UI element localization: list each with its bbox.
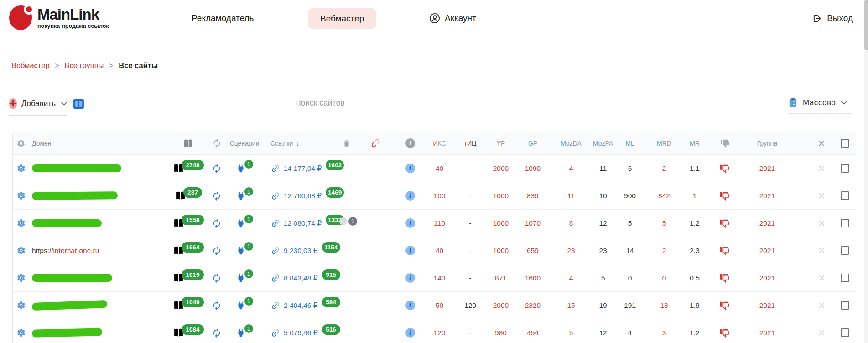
info-cell[interactable]: i [394,328,426,338]
links-price[interactable]: 12 760,68 ₽ [284,192,322,200]
header-settings-gear-icon[interactable] [13,139,29,148]
row-clear-x-icon[interactable] [790,165,836,171]
group-value[interactable]: 2021 [744,329,790,337]
column-header-iks[interactable]: ИКС [426,140,452,147]
group-value[interactable]: 2021 [744,164,790,173]
pages-cell[interactable]: .t-row .pg-l{fill:#1d6fd2}.t-row .pg-r{f… [170,300,207,311]
mrd-value[interactable]: 5 [644,219,684,227]
links-cell[interactable]: .ln-back{fill:#9cc5ee}.ln-front{fill:#2e… [262,300,336,311]
links-cell[interactable]: .ln-back{fill:#9cc5ee}.ln-front{fill:#2e… [262,163,336,174]
breadcrumb-webmaster[interactable]: Вебмастер [11,61,50,69]
row-refresh-icon[interactable] [207,218,227,228]
dislike-button[interactable] [705,246,744,256]
breadcrumb-all-groups[interactable]: Все группы [64,61,104,69]
row-settings-gear-icon[interactable] [13,301,29,310]
links-price[interactable]: 9 230,03 ₽ [284,247,318,255]
row-checkbox[interactable] [836,274,857,282]
links-cell[interactable]: .ln-back{fill:#9cc5ee}.ln-front{fill:#2e… [262,190,336,201]
search-input[interactable] [294,95,601,112]
group-value[interactable]: 2021 [744,301,790,310]
mrd-value[interactable]: 0 [644,274,684,282]
scrollbar-thumb[interactable] [864,0,868,50]
gp-value[interactable]: 454 [514,329,552,337]
column-header-mrd[interactable]: MRD [644,140,684,147]
column-header-mozda[interactable]: MozDA [552,140,590,147]
links-cell[interactable]: .ln-back{fill:#9cc5ee}.ln-front{fill:#2e… [262,327,336,338]
mrd-value[interactable]: 13 [644,301,684,310]
column-header-pages-book-icon[interactable]: .t-head .pg-l{fill:#85888b}.t-head .pg-r… [170,138,207,149]
page-scrollbar[interactable] [864,0,868,343]
row-refresh-icon[interactable] [207,164,227,174]
domain-cell[interactable] [29,219,170,227]
scenarios-cell[interactable]: 1 [227,328,262,338]
row-checkbox[interactable] [836,219,857,227]
bulk-actions-button[interactable]: Массово [788,97,852,114]
gp-value[interactable]: 1090 [514,164,552,173]
row-refresh-icon[interactable] [207,273,227,283]
row-clear-x-icon[interactable] [790,193,836,199]
row-checkbox[interactable] [836,164,857,173]
mrd-value[interactable]: 842 [644,192,684,200]
column-header-scenarios[interactable]: Сценарии [227,140,262,147]
domain-host-link[interactable]: internat-one.ru [53,247,99,254]
row-refresh-icon[interactable] [207,246,227,256]
links-price[interactable]: 12 080,74 ₽ [284,219,322,227]
scenarios-cell[interactable]: 1 [227,246,262,256]
dislike-button[interactable] [705,301,744,311]
gp-value[interactable]: 839 [514,192,552,200]
domain-cell[interactable] [29,192,170,200]
yp-value[interactable]: 2000 [488,301,514,310]
group-value[interactable]: 2021 [744,247,790,255]
links-price[interactable]: 2 404,46 ₽ [284,301,318,310]
row-checkbox[interactable] [836,328,857,337]
column-header-links[interactable]: Ссылки ↓ [262,139,336,147]
column-header-mozpa[interactable]: MozPA [590,140,616,147]
scenarios-cell[interactable]: 1 [227,273,262,283]
yp-value[interactable]: 980 [488,329,514,337]
scenarios-cell[interactable]: 1 [227,191,262,201]
dislike-button[interactable] [705,273,744,283]
mrd-value[interactable]: 3 [644,329,684,337]
links-cell[interactable]: .ln-back{fill:#9cc5ee}.ln-front{fill:#2e… [262,245,336,256]
mrd-value[interactable]: 2 [644,164,684,173]
pages-cell[interactable]: .t-row .pg-l{fill:#1d6fd2}.t-row .pg-r{f… [170,190,207,201]
info-icon[interactable]: i [405,301,415,310]
info-icon[interactable]: i [405,273,415,283]
pages-cell[interactable]: .t-row .pg-l{fill:#1d6fd2}.t-row .pg-r{f… [170,327,207,338]
yp-value[interactable]: 1000 [488,192,514,200]
columns-settings-button[interactable] [73,98,84,110]
column-header-gp[interactable]: GP [514,140,552,147]
info-cell[interactable]: i [394,273,426,283]
info-icon[interactable]: i [405,218,415,228]
links-price[interactable]: 8 843,48 ₽ [284,274,318,282]
column-header-dislike-icon[interactable] [705,138,744,148]
info-cell[interactable]: i [394,191,426,201]
domain-link[interactable]: https://internat-one.ru [32,247,99,255]
row-settings-gear-icon[interactable] [13,164,29,173]
column-header-group[interactable]: Группа [744,140,790,147]
nav-advertiser[interactable]: Рекламодатель [192,0,254,37]
yp-value[interactable]: 2000 [488,164,514,173]
gp-value[interactable]: 1600 [514,274,552,282]
domain-cell[interactable]: https://internat-one.ru [29,247,170,255]
pages-cell[interactable]: .t-row .pg-l{fill:#1d6fd2}.t-row .pg-r{f… [170,245,207,256]
row-refresh-icon[interactable] [207,191,227,201]
links-cell[interactable]: .ln-back{fill:#9cc5ee}.ln-front{fill:#2e… [262,218,336,228]
scenarios-cell[interactable]: 1 [227,301,262,311]
row-clear-x-icon[interactable] [790,302,836,308]
column-header-delete-trash-icon[interactable] [336,139,357,148]
domain-cell[interactable] [29,274,170,282]
column-header-broken-link-icon[interactable]: .bk-back{fill:#f0a3ab}.bk-front{fill:#cf… [357,138,394,148]
row-clear-x-icon[interactable] [790,330,836,336]
info-icon[interactable]: i [405,164,415,173]
nav-account[interactable]: Аккаунт [429,0,476,37]
yp-value[interactable]: 871 [488,274,514,282]
column-header-domain[interactable]: Домен [29,140,170,147]
column-header-clear-x-icon[interactable] [790,140,836,147]
row-checkbox[interactable] [836,191,857,200]
dislike-button[interactable] [705,328,744,338]
column-header-info-icon[interactable]: i [394,138,426,148]
select-all-checkbox[interactable] [836,139,857,148]
group-value[interactable]: 2021 [744,219,790,227]
row-refresh-icon[interactable] [207,301,227,311]
